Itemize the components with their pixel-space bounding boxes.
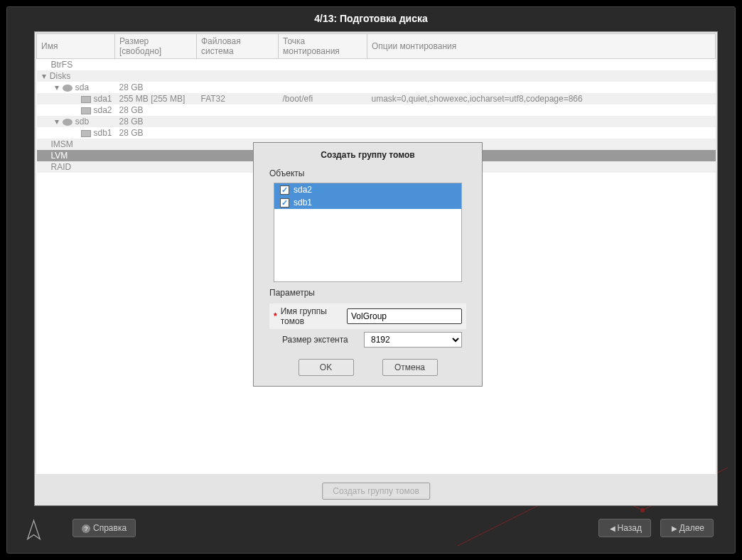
row-sda1[interactable]: sda1 255 MB [255 MB] FAT32 /boot/efi uma… — [37, 93, 716, 104]
checkbox-checked-icon[interactable]: ✓ — [280, 185, 289, 195]
disk-icon — [63, 119, 72, 126]
dialog-title: Создать группу томов — [254, 143, 482, 166]
alt-logo — [21, 517, 64, 546]
objects-label: Объекты — [254, 166, 482, 180]
back-button[interactable]: ◀Назад — [598, 519, 651, 537]
list-item[interactable]: ✓ sda2 — [274, 183, 461, 196]
params-label: Параметры — [254, 285, 482, 299]
disk-icon — [63, 85, 72, 92]
vg-name-label: Имя группы томов — [281, 306, 347, 326]
chevron-right-icon: ▶ — [672, 524, 677, 532]
chevron-down-icon[interactable]: ▾ — [54, 117, 60, 126]
table-header-row: Имя Размер [свободно] Файловая система Т… — [37, 34, 716, 59]
checkbox-checked-icon[interactable]: ✓ — [280, 198, 289, 208]
extent-select[interactable]: 8192 — [364, 332, 462, 348]
list-item[interactable]: ✓ sdb1 — [274, 196, 461, 209]
param-row-name: * Имя группы томов — [269, 303, 466, 329]
row-sdb[interactable]: ▾ sdb 28 GB — [37, 116, 716, 127]
col-name[interactable]: Имя — [37, 34, 115, 59]
chevron-down-icon[interactable]: ▾ — [54, 82, 60, 92]
row-sda2[interactable]: sda2 28 GB — [37, 104, 716, 116]
col-opts[interactable]: Опции монтирования — [367, 34, 716, 59]
col-fs[interactable]: Файловая система — [197, 34, 279, 59]
row-btrfs[interactable]: BtrFS — [37, 59, 716, 71]
next-button[interactable]: ▶Далее — [660, 519, 714, 537]
help-button[interactable]: ?Справка — [72, 519, 136, 537]
row-disks[interactable]: ▾ Disks — [37, 70, 716, 82]
partition-icon — [81, 96, 91, 103]
create-volume-group-button[interactable]: Создать группу томов — [322, 483, 430, 500]
help-icon: ? — [82, 524, 90, 533]
vg-name-input[interactable] — [347, 308, 462, 324]
required-icon: * — [274, 311, 281, 321]
partition-icon — [81, 107, 91, 114]
ok-button[interactable]: OK — [299, 359, 354, 376]
create-vg-dialog: Создать группу томов Объекты ✓ sda2 ✓ sd… — [253, 142, 483, 387]
objects-list[interactable]: ✓ sda2 ✓ sdb1 — [274, 183, 462, 282]
page-title: 4/13: Подготовка диска — [7, 7, 735, 30]
dialog-button-row: OK Отмена — [254, 359, 482, 376]
col-size[interactable]: Размер [свободно] — [115, 34, 197, 59]
row-sdb1[interactable]: sdb1 28 GB — [37, 127, 716, 139]
cancel-button[interactable]: Отмена — [382, 359, 438, 376]
param-row-extent: Размер экстента 8192 — [269, 329, 466, 350]
partition-icon — [81, 130, 91, 137]
footer: ?Справка ◀Назад ▶Далее — [7, 510, 735, 553]
extent-label: Размер экстента — [282, 335, 364, 345]
bottom-action-bar: Создать группу томов — [322, 483, 430, 500]
chevron-left-icon: ◀ — [610, 524, 615, 532]
params-block: * Имя группы томов Размер экстента 8192 — [269, 303, 466, 350]
chevron-down-icon[interactable]: ▾ — [41, 71, 48, 81]
row-sda[interactable]: ▾ sda 28 GB — [37, 82, 716, 93]
col-mount[interactable]: Точка монтирования — [279, 34, 367, 59]
